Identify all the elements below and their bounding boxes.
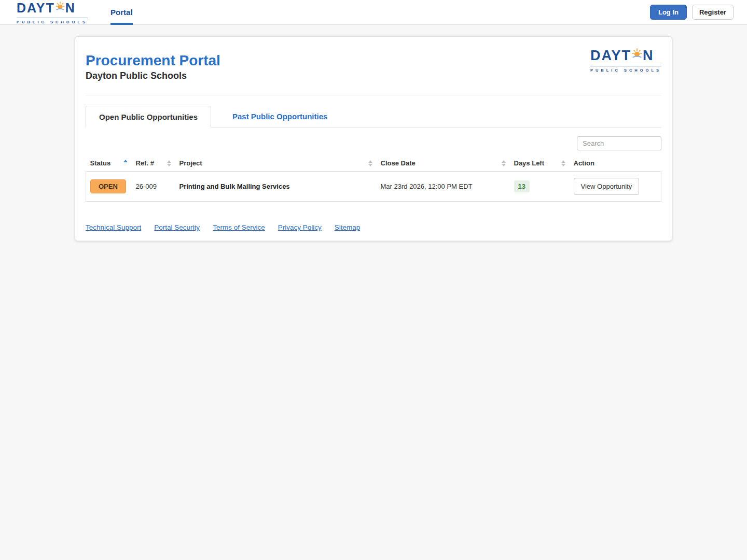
page-title: Procurement Portal [86, 52, 220, 69]
login-button[interactable]: Log In [650, 5, 687, 20]
card-header-titles: Procurement Portal Dayton Public Schools [86, 47, 220, 81]
topbar-actions: Log In Register [650, 5, 734, 20]
days-left-badge: 13 [514, 180, 530, 192]
link-portal-security[interactable]: Portal Security [154, 223, 200, 231]
main-content: Procurement Portal Dayton Public Schools… [0, 36, 747, 241]
logo-text-end: N [643, 49, 654, 63]
table-row: OPEN 26-009 Printing and Bulk Mailing Se… [86, 172, 661, 202]
sort-icon[interactable] [167, 160, 171, 166]
link-privacy-policy[interactable]: Privacy Policy [278, 223, 322, 231]
column-label: Action [574, 159, 594, 167]
nav-tab-portal[interactable]: Portal [110, 0, 133, 25]
tab-past-public-opportunities[interactable]: Past Public Opportunities [219, 106, 340, 128]
procurement-portal-card: Procurement Portal Dayton Public Schools… [75, 36, 672, 241]
link-sitemap[interactable]: Sitemap [335, 223, 361, 231]
column-label: Ref. # [136, 159, 154, 167]
top-navigation-bar: DAYT N PUBLIC SCHOOLS Portal [0, 0, 747, 25]
table-header: Status Ref. # Project [86, 155, 661, 172]
tab-open-public-opportunities[interactable]: Open Public Opportunities [86, 106, 211, 128]
page-subtitle: Dayton Public Schools [86, 71, 220, 81]
footer-links: Technical Support Portal Security Terms … [86, 223, 661, 231]
sun-icon [56, 0, 65, 13]
column-label: Days Left [514, 159, 545, 167]
sort-icon[interactable] [561, 160, 565, 166]
table-body: OPEN 26-009 Printing and Bulk Mailing Se… [86, 172, 661, 202]
sort-icon[interactable] [368, 160, 372, 166]
sort-ascending-icon[interactable] [123, 160, 128, 166]
dps-logo-word: DAYT [590, 47, 661, 64]
register-button[interactable]: Register [692, 5, 734, 20]
column-label: Project [179, 159, 202, 167]
cell-project: Printing and Bulk Mailing Services [175, 172, 377, 202]
cell-status: OPEN [86, 172, 132, 202]
cell-days-left: 13 [510, 172, 570, 202]
column-header-project[interactable]: Project [175, 155, 377, 172]
cell-ref: 26-009 [132, 172, 175, 202]
column-header-action: Action [570, 155, 661, 172]
logo-text-start: DAYT [590, 49, 631, 63]
table-toolbar [86, 136, 661, 150]
logo-subtitle: PUBLIC SCHOOLS [17, 18, 88, 24]
card-header: Procurement Portal Dayton Public Schools… [86, 47, 661, 81]
cell-close-date: Mar 23rd 2026, 12:00 PM EDT [377, 172, 510, 202]
search-input[interactable] [577, 136, 661, 150]
view-opportunity-button[interactable]: View Opportunity [574, 178, 640, 195]
sort-icon[interactable] [502, 160, 506, 166]
dps-logo: DAYT N PUBLIC SCHOOLS [17, 0, 88, 24]
status-badge: OPEN [90, 179, 126, 193]
column-label: Close Date [381, 159, 416, 167]
opportunities-table: Status Ref. # Project [86, 155, 661, 202]
column-header-days-left[interactable]: Days Left [510, 155, 570, 172]
logo-text-end: N [65, 2, 76, 15]
logo-text-start: DAYT [17, 2, 55, 15]
dps-logo-card: DAYT [590, 47, 661, 73]
link-technical-support[interactable]: Technical Support [86, 223, 141, 231]
column-header-close-date[interactable]: Close Date [377, 155, 510, 172]
column-label: Status [90, 159, 111, 167]
link-terms-of-service[interactable]: Terms of Service [213, 223, 265, 231]
nav-tab-portal-label: Portal [110, 8, 133, 17]
column-header-status[interactable]: Status [86, 155, 132, 172]
header-divider [86, 95, 661, 95]
cell-action: View Opportunity [570, 172, 661, 202]
opportunities-tabs: Open Public Opportunities Past Public Op… [86, 106, 661, 128]
column-header-ref[interactable]: Ref. # [132, 155, 175, 172]
logo-subtitle: PUBLIC SCHOOLS [590, 66, 661, 73]
portal-active-indicator [110, 23, 133, 25]
sun-icon [632, 47, 642, 61]
dps-logo-word: DAYT N [17, 0, 88, 16]
